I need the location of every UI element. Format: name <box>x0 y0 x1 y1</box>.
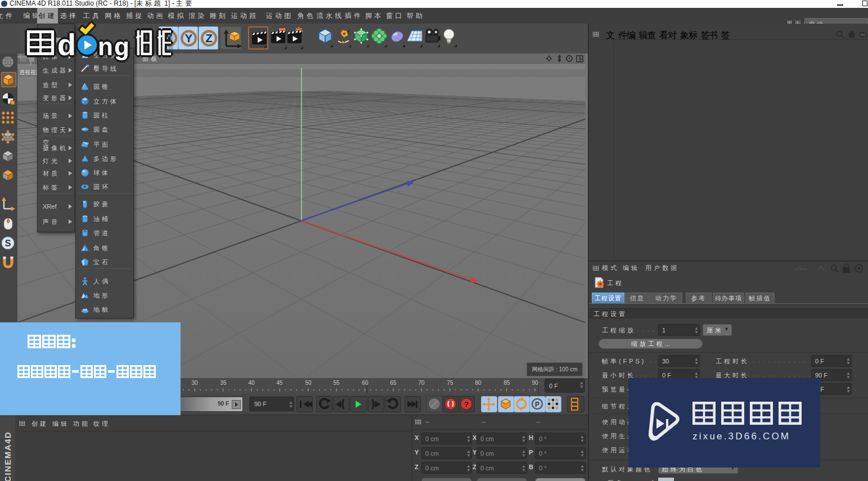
svg-text:ng: ng <box>98 33 131 60</box>
svg-text:S: S <box>5 239 11 248</box>
svg-text:P: P <box>535 401 539 408</box>
svg-text:Z: Z <box>205 32 212 44</box>
svg-text:?: ? <box>464 400 469 408</box>
svg-text:Y: Y <box>185 32 193 44</box>
svg-text:d: d <box>57 28 76 61</box>
